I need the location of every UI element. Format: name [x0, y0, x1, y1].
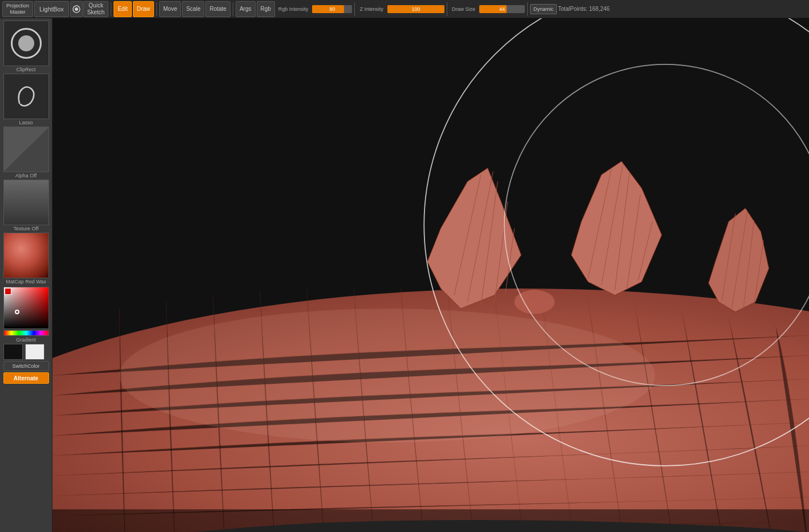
- draw-size-group: Draw Size 44: [450, 5, 525, 13]
- lasso-icon: [11, 81, 42, 112]
- draw-size-slider[interactable]: 44: [479, 5, 525, 13]
- gradient-label: Gradient: [3, 337, 49, 343]
- quick-sketch-button[interactable]: Quick Sketch: [83, 1, 109, 17]
- texture-label: Texture Off: [3, 226, 49, 232]
- draw-label: Draw: [137, 6, 150, 12]
- cliprect-swatch[interactable]: ClipRect: [3, 21, 49, 72]
- alternate-label: Alternate: [14, 375, 38, 381]
- toolbar-separator-1: [111, 2, 111, 16]
- svg-point-22: [119, 308, 655, 442]
- args-label: Args: [240, 6, 252, 12]
- color-small-indicator: [5, 288, 11, 295]
- hue-slider[interactable]: [3, 330, 49, 336]
- toolbar-separator-5: [447, 2, 447, 16]
- move-label: Move: [163, 6, 177, 12]
- sidebar: ClipRect Lasso Alpha Off Texture Off: [0, 18, 52, 532]
- lasso-label: Lasso: [3, 120, 49, 125]
- rotate-label: Rotate: [209, 6, 226, 12]
- rgb-intensity-slider[interactable]: 80: [312, 5, 352, 13]
- color-picker-dot: [15, 310, 19, 314]
- lasso-swatch[interactable]: Lasso: [3, 74, 49, 125]
- lightbox-button[interactable]: LightBox: [34, 1, 69, 17]
- lightbox-label: LightBox: [39, 6, 64, 13]
- projection-master-label: Projection: [6, 3, 29, 9]
- dynamic-button[interactable]: Dynamic: [530, 4, 557, 14]
- gradient-row: [3, 344, 49, 360]
- draw-size-label: Draw Size: [450, 6, 478, 12]
- scale-button[interactable]: Scale: [182, 1, 204, 17]
- edit-label: Edit: [118, 6, 127, 12]
- projection-master-sublabel: Master: [10, 9, 26, 15]
- switch-color-button[interactable]: SwitchColor: [3, 361, 49, 371]
- cliprect-thumbnail[interactable]: [3, 21, 49, 66]
- texture-swatch[interactable]: Texture Off: [3, 180, 49, 232]
- main-area: ClipRect Lasso Alpha Off Texture Off: [0, 18, 809, 532]
- sculpt-scene: [52, 18, 809, 532]
- alpha-thumbnail[interactable]: [3, 127, 49, 172]
- draw-button[interactable]: Draw: [133, 1, 154, 17]
- matcap-label: MatCap Red Wax: [3, 279, 49, 285]
- matcap-thumbnail[interactable]: [3, 233, 49, 278]
- toolbar-separator-3: [233, 2, 233, 16]
- z-intensity-group: Z Intensity 100: [357, 5, 444, 13]
- texture-thumbnail[interactable]: [3, 180, 49, 225]
- lasso-thumbnail[interactable]: [3, 74, 49, 119]
- args-button[interactable]: Args: [236, 1, 256, 17]
- toolbar-separator-4: [354, 2, 355, 16]
- gradient-black-swatch[interactable]: [3, 344, 23, 360]
- rgb-button[interactable]: Rgb: [257, 1, 275, 17]
- rotate-button[interactable]: Rotate: [205, 1, 230, 17]
- alpha-label: Alpha Off: [3, 173, 49, 178]
- total-points-label: TotalPoints:: [558, 6, 588, 12]
- svg-point-1: [75, 7, 78, 11]
- toolbar: Projection Master LightBox Quick Sketch …: [0, 0, 809, 18]
- switch-color-label: SwitchColor: [12, 363, 39, 369]
- cliprect-icon: [11, 28, 42, 59]
- quick-sketch-label: Quick: [88, 2, 103, 9]
- matcap-swatch[interactable]: MatCap Red Wax: [3, 233, 49, 285]
- total-points-value: 168,246: [589, 6, 609, 12]
- viewport[interactable]: [52, 18, 809, 532]
- scale-label: Scale: [186, 6, 200, 12]
- quick-sketch-sublabel: Sketch: [87, 9, 105, 16]
- edit-button[interactable]: Edit: [114, 1, 131, 17]
- projection-master-button[interactable]: Projection Master: [2, 1, 33, 17]
- color-picker[interactable]: [3, 287, 49, 336]
- rgb-label: Rgb: [261, 6, 271, 12]
- canvas-area[interactable]: [52, 18, 809, 532]
- z-intensity-label: Z Intensity: [357, 6, 386, 12]
- total-points-display: TotalPoints: 168,246: [558, 6, 610, 12]
- alpha-swatch[interactable]: Alpha Off: [3, 127, 49, 178]
- toolbar-separator-6: [527, 2, 528, 16]
- dynamic-label: Dynamic: [533, 6, 553, 12]
- toolbar-separator-2: [156, 2, 157, 16]
- quick-sketch-icon-btn[interactable]: [70, 1, 83, 17]
- svg-point-21: [515, 290, 555, 314]
- move-button[interactable]: Move: [159, 1, 181, 17]
- alternate-button[interactable]: Alternate: [3, 372, 49, 384]
- z-intensity-slider[interactable]: 100: [387, 5, 444, 13]
- rgb-intensity-label: Rgb Intensity: [276, 6, 311, 12]
- gradient-white-swatch[interactable]: [25, 344, 45, 360]
- cliprect-label: ClipRect: [3, 67, 49, 72]
- cliprect-inner-circle: [18, 35, 34, 51]
- rgb-intensity-group: Rgb Intensity 80: [276, 5, 353, 13]
